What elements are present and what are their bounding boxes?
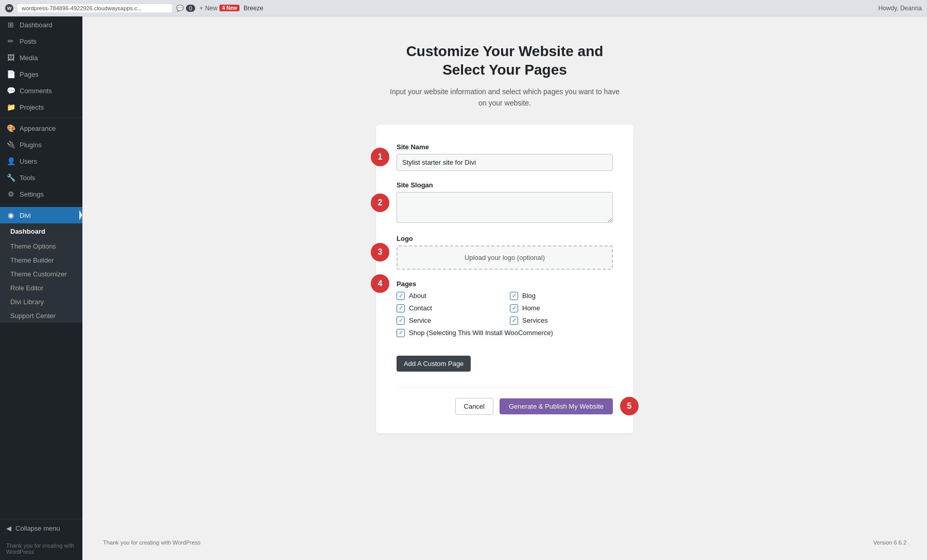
service-checkmark: ✓ bbox=[397, 317, 405, 325]
sidebar-label-posts: Posts bbox=[20, 38, 37, 45]
page-home[interactable]: ✓ Home bbox=[510, 304, 613, 312]
divi-submenu-dashboard[interactable]: Dashboard bbox=[0, 223, 82, 239]
site-name-label: Site Name bbox=[397, 143, 613, 151]
logo-upload-button[interactable]: Upload your logo (optional) bbox=[397, 246, 613, 270]
page-contact[interactable]: ✓ Contact bbox=[397, 304, 500, 312]
sidebar-label-dashboard: Dashboard bbox=[20, 21, 53, 29]
page-subtitle: Input your website information and selec… bbox=[390, 86, 620, 109]
sidebar-item-comments[interactable]: 💬 Comments bbox=[0, 82, 82, 99]
new-button[interactable]: + New 4 New bbox=[199, 5, 239, 12]
add-custom-page-button[interactable]: Add A Custom Page bbox=[397, 356, 471, 372]
sidebar-label-users: Users bbox=[20, 157, 37, 165]
form-card: 1 Site Name 2 Site Slogan 3 Logo Upload … bbox=[376, 125, 633, 433]
thank-you-footer: Thank you for creating with WordPress bbox=[93, 539, 200, 546]
site-name-input[interactable] bbox=[397, 154, 613, 171]
plugin-name: Breeze bbox=[244, 5, 263, 12]
collapse-menu-button[interactable]: ◀ Collapse menu bbox=[0, 519, 82, 537]
sidebar-item-posts[interactable]: ✏ Posts bbox=[0, 33, 82, 49]
step-5-badge: 5 bbox=[620, 397, 639, 415]
main-content: Customize Your Website andSelect Your Pa… bbox=[82, 16, 927, 560]
notifications-count[interactable]: 0 bbox=[186, 5, 195, 12]
sidebar-item-projects[interactable]: 📁 Projects bbox=[0, 99, 82, 115]
logo-section: 3 Logo Upload your logo (optional) bbox=[397, 235, 613, 270]
divi-submenu-theme-customizer[interactable]: Theme Customizer bbox=[0, 267, 82, 281]
contact-checkmark: ✓ bbox=[397, 304, 405, 312]
site-name-section: 1 Site Name bbox=[397, 143, 613, 171]
sidebar-label-settings: Settings bbox=[20, 190, 44, 198]
plugins-icon: 🔌 bbox=[6, 141, 15, 149]
new-label: New bbox=[205, 5, 217, 12]
wordpress-icon: W bbox=[5, 4, 13, 12]
new-badge: 4 New bbox=[219, 5, 239, 11]
comments-icon: 💬 bbox=[6, 86, 15, 95]
sidebar-item-plugins[interactable]: 🔌 Plugins bbox=[0, 136, 82, 153]
step-4-badge: 4 bbox=[371, 274, 389, 293]
divi-submenu-theme-builder[interactable]: Theme Builder bbox=[0, 253, 82, 267]
sidebar-label-media: Media bbox=[20, 54, 38, 62]
divi-arrow bbox=[79, 207, 82, 223]
dashboard-icon: ⊞ bbox=[6, 21, 15, 29]
bottom-bar: Thank you for creating with WordPress Ve… bbox=[93, 535, 917, 550]
sidebar-label-projects: Projects bbox=[20, 103, 44, 111]
version-text: Version 6.6.2 bbox=[873, 539, 906, 546]
card-wrapper: 1 Site Name 2 Site Slogan 3 Logo Upload … bbox=[345, 125, 664, 433]
services-label: Services bbox=[522, 317, 548, 324]
blog-checkmark: ✓ bbox=[510, 292, 518, 300]
page-blog[interactable]: ✓ Blog bbox=[510, 292, 613, 300]
howdy-text: Howdy, Deanna bbox=[879, 5, 922, 12]
cancel-button[interactable]: Cancel bbox=[455, 398, 493, 415]
notifications-area: 💬 0 bbox=[176, 5, 195, 12]
comment-icon: 💬 bbox=[176, 5, 184, 12]
logo-label: Logo bbox=[397, 235, 613, 242]
posts-icon: ✏ bbox=[6, 37, 15, 45]
divider-2 bbox=[0, 204, 82, 205]
settings-icon: ⚙ bbox=[6, 190, 15, 198]
sidebar-item-tools[interactable]: 🔧 Tools bbox=[0, 169, 82, 186]
sidebar-label-divi: Divi bbox=[20, 212, 31, 219]
home-label: Home bbox=[522, 304, 540, 312]
home-checkmark: ✓ bbox=[510, 304, 518, 312]
shop-label: Shop (Selecting This Will Install WooCom… bbox=[409, 329, 553, 337]
url-bar[interactable]: wordpress-784896-4922926.cloudwaysapps.c… bbox=[18, 4, 172, 12]
step-3-badge: 3 bbox=[371, 243, 389, 261]
pages-icon: 📄 bbox=[6, 70, 15, 78]
appearance-icon: 🎨 bbox=[6, 124, 15, 132]
page-title: Customize Your Website andSelect Your Pa… bbox=[390, 42, 620, 80]
page-service[interactable]: ✓ Service bbox=[397, 317, 500, 325]
about-label: About bbox=[409, 292, 426, 300]
sidebar-label-plugins: Plugins bbox=[20, 141, 42, 149]
plus-icon: + bbox=[199, 5, 203, 12]
services-checkmark: ✓ bbox=[510, 317, 518, 325]
site-slogan-input[interactable] bbox=[397, 192, 613, 223]
divi-submenu-support-center[interactable]: Support Center bbox=[0, 309, 82, 323]
collapse-icon: ◀ bbox=[6, 524, 11, 532]
sidebar-item-divi[interactable]: ◉ Divi bbox=[0, 207, 82, 223]
media-icon: 🖼 bbox=[6, 54, 15, 62]
page-services[interactable]: ✓ Services bbox=[510, 317, 613, 325]
page-shop[interactable]: ✓ Shop (Selecting This Will Install WooC… bbox=[397, 329, 613, 337]
divi-submenu-divi-library[interactable]: Divi Library bbox=[0, 295, 82, 309]
divi-submenu-theme-options[interactable]: Theme Options bbox=[0, 239, 82, 253]
sidebar-item-appearance[interactable]: 🎨 Appearance bbox=[0, 120, 82, 136]
shop-checkmark: ✓ bbox=[397, 329, 405, 337]
sidebar-item-pages[interactable]: 📄 Pages bbox=[0, 66, 82, 82]
divider-1 bbox=[0, 117, 82, 118]
sidebar-item-dashboard[interactable]: ⊞ Dashboard bbox=[0, 16, 82, 33]
pages-grid: ✓ About ✓ Blog ✓ Contact ✓ bbox=[397, 292, 613, 325]
pages-section: 4 Pages ✓ About ✓ Blog ✓ bbox=[397, 280, 613, 337]
page-about[interactable]: ✓ About bbox=[397, 292, 500, 300]
wp-layout: ⊞ Dashboard ✏ Posts 🖼 Media 📄 Pages 💬 Co… bbox=[0, 16, 927, 560]
sidebar-label-pages: Pages bbox=[20, 71, 39, 78]
sidebar-item-settings[interactable]: ⚙ Settings bbox=[0, 186, 82, 202]
sidebar: ⊞ Dashboard ✏ Posts 🖼 Media 📄 Pages 💬 Co… bbox=[0, 16, 82, 560]
card-footer: Cancel Generate & Publish My Website 5 bbox=[397, 387, 613, 415]
contact-label: Contact bbox=[409, 304, 432, 312]
step-1-badge: 1 bbox=[371, 148, 389, 166]
thank-you-text: Thank you for creating with WordPress bbox=[0, 537, 82, 560]
divi-submenu-role-editor[interactable]: Role Editor bbox=[0, 281, 82, 295]
publish-button[interactable]: Generate & Publish My Website bbox=[500, 398, 613, 414]
divi-submenu: Dashboard Theme Options Theme Builder Th… bbox=[0, 223, 82, 323]
users-icon: 👤 bbox=[6, 157, 15, 165]
sidebar-item-users[interactable]: 👤 Users bbox=[0, 153, 82, 169]
sidebar-item-media[interactable]: 🖼 Media bbox=[0, 49, 82, 66]
